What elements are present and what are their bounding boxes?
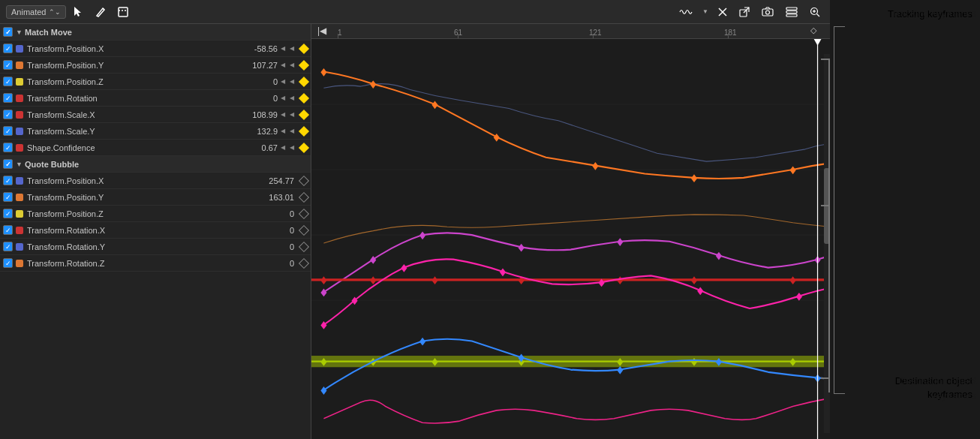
rot-x-2-value: 0 [257, 226, 294, 235]
prev-key-icon[interactable]: ◀ [281, 111, 288, 119]
svg-rect-28 [790, 166, 796, 174]
pos-z-1-name: Transform.Position.Z [27, 77, 240, 86]
next-key-icon[interactable]: ◀ [290, 45, 297, 53]
group-match-move[interactable]: ▼ Match Move [0, 24, 311, 41]
pos-x-1-keyframe[interactable] [299, 43, 309, 53]
close-tool-button[interactable] [714, 5, 731, 19]
param-row-scale-y-1[interactable]: Transform.Scale.Y 132.9 ◀ ◀ [0, 123, 311, 140]
destination-keyframes-text: Destination objectkeyframes [899, 375, 976, 401]
prev-key-icon[interactable]: ◀ [281, 62, 288, 69]
multi-button[interactable] [782, 5, 801, 20]
cursor-icon [74, 7, 83, 17]
next-key-icon[interactable]: ◀ [290, 128, 297, 135]
svg-rect-33 [519, 244, 525, 252]
rot-z-2-checkbox[interactable] [3, 258, 13, 268]
prev-key-icon[interactable]: ◀ [281, 45, 288, 53]
pos-y-1-nav: ◀ ◀ [281, 62, 297, 69]
param-row-pos-x-2[interactable]: Transform.Position.X 254.77 [0, 173, 311, 189]
pos-z-2-keyframe[interactable] [299, 208, 309, 218]
param-row-rot-y-2[interactable]: Transform.Rotation.Y 0 [0, 239, 311, 255]
scale-x-1-keyframe[interactable] [299, 109, 309, 119]
param-row-rot-z-2[interactable]: Transform.Rotation.Z 0 [0, 255, 311, 272]
param-row-pos-y-1[interactable]: Transform.Position.Y 107.27 ◀ ◀ [0, 57, 311, 74]
prev-key-icon[interactable]: ◀ [281, 78, 288, 86]
rot-y-2-checkbox[interactable] [3, 242, 13, 251]
next-key-icon[interactable]: ◀ [290, 62, 297, 69]
param-row-pos-x-1[interactable]: Transform.Position.X -58.56 ◀ ◀ [0, 41, 311, 57]
pos-y-1-checkbox[interactable] [3, 60, 13, 70]
svg-rect-43 [691, 276, 697, 284]
close-icon [718, 8, 727, 17]
prev-key-icon[interactable]: ◀ [281, 144, 288, 152]
pos-z-1-checkbox[interactable] [3, 77, 13, 86]
next-key-icon[interactable]: ◀ [290, 78, 297, 86]
svg-rect-11 [786, 11, 797, 13]
pos-z-2-checkbox[interactable] [3, 209, 13, 218]
param-row-rot-x-2[interactable]: Transform.Rotation.X 0 [0, 222, 311, 239]
svg-line-14 [817, 14, 820, 17]
annotations-area: Tracking keyframes Destination object ke… [830, 0, 980, 439]
param-row-pos-z-1[interactable]: Transform.Position.Z 0 ◀ ◀ [0, 74, 311, 90]
scale-y-1-keyframe[interactable] [299, 125, 309, 136]
quote-bubble-label: Quote Bubble [25, 160, 308, 169]
group-quote-bubble[interactable]: ▼ Quote Bubble [0, 156, 311, 173]
param-row-pos-z-2[interactable]: Transform.Position.Z 0 [0, 206, 311, 222]
pos-x-2-checkbox[interactable] [3, 176, 13, 185]
cursor-tool-button[interactable] [71, 5, 87, 20]
rot-x-2-checkbox[interactable] [3, 225, 13, 235]
bracket-top-tick [821, 59, 830, 60]
rot-1-keyframe[interactable] [299, 92, 309, 103]
ruler-label-121: 121 [589, 29, 602, 37]
pos-x-1-checkbox[interactable] [3, 44, 13, 53]
confidence-checkbox[interactable] [3, 143, 13, 152]
svg-rect-52 [796, 293, 802, 301]
animated-label: Animated [11, 8, 46, 17]
rot-y-2-color [16, 243, 23, 251]
snapshot-button[interactable] [758, 5, 777, 19]
param-row-rot-1[interactable]: Transform.Rotation 0 ◀ ◀ [0, 90, 311, 107]
pos-x-2-keyframe[interactable] [299, 175, 309, 185]
svg-rect-67 [617, 366, 623, 374]
pos-y-2-keyframe[interactable] [299, 191, 309, 202]
confidence-keyframe[interactable] [299, 142, 309, 152]
prev-key-icon[interactable]: ◀ [281, 128, 288, 135]
rot-1-checkbox[interactable] [3, 93, 13, 103]
param-row-pos-y-2[interactable]: Transform.Position.Y 163.01 [0, 189, 311, 206]
quote-bubble-checkbox[interactable] [3, 159, 13, 169]
zoom-button[interactable] [806, 5, 824, 20]
next-key-icon[interactable]: ◀ [290, 111, 297, 119]
waveform-dropdown-button[interactable]: ▼ [701, 7, 710, 17]
pos-y-2-value: 163.01 [257, 193, 294, 202]
animated-select[interactable]: Animated ⌃⌄ [6, 5, 66, 19]
pos-y-1-keyframe[interactable] [299, 59, 309, 70]
next-key-icon[interactable]: ◀ [290, 95, 297, 102]
scale-y-1-color [16, 128, 23, 135]
graph-area[interactable] [311, 39, 830, 439]
pos-z-1-keyframe[interactable] [299, 76, 309, 86]
rot-x-2-keyframe[interactable] [299, 224, 309, 235]
end-marker[interactable]: ◇ [810, 26, 816, 35]
match-move-checkbox[interactable] [3, 27, 13, 37]
scale-x-1-checkbox[interactable] [3, 110, 13, 119]
rot-z-2-keyframe[interactable] [299, 257, 309, 268]
svg-rect-35 [716, 252, 722, 260]
bracket-bottom-tick [821, 377, 830, 379]
box-select-button[interactable] [114, 5, 132, 20]
annotation-vertical-line [834, 26, 834, 394]
waveform-button[interactable] [675, 5, 696, 20]
prev-key-icon[interactable]: ◀ [281, 95, 288, 102]
param-row-scale-x-1[interactable]: Transform.Scale.X 108.99 ◀ ◀ [0, 107, 311, 123]
tracking-keyframes-annotation: Tracking keyframes [891, 6, 976, 21]
begin-marker: |◀ [317, 26, 326, 36]
next-key-icon[interactable]: ◀ [290, 144, 297, 152]
scale-y-1-checkbox[interactable] [3, 126, 13, 136]
external-button[interactable] [735, 5, 753, 20]
param-row-confidence[interactable]: Shape.Confidence 0.67 ◀ ◀ [0, 140, 311, 156]
svg-rect-2 [119, 8, 128, 17]
rot-z-2-color [16, 260, 23, 267]
rot-y-2-keyframe[interactable] [299, 241, 309, 251]
pen-tool-button[interactable] [92, 5, 110, 20]
pos-y-2-checkbox[interactable] [3, 192, 13, 202]
svg-rect-32 [419, 231, 425, 239]
svg-rect-24 [431, 101, 437, 109]
